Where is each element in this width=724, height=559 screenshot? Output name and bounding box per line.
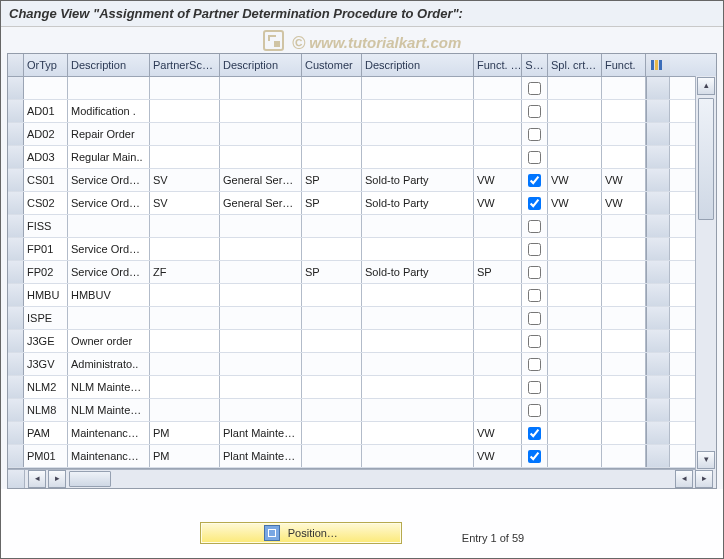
cell-function-2[interactable]: [602, 330, 646, 352]
cell-ortyp[interactable]: J3GV: [24, 353, 68, 375]
cell-description-2[interactable]: [220, 284, 302, 306]
cell-description-1[interactable]: Service Ord…: [68, 169, 150, 191]
cell-partner-schema[interactable]: [150, 307, 220, 329]
scroll-left-button[interactable]: ◂: [28, 470, 46, 488]
cell-s-checkbox[interactable]: [522, 146, 548, 168]
cell-description-3[interactable]: [362, 284, 474, 306]
row-selector[interactable]: [8, 169, 24, 191]
cell-ortyp[interactable]: NLM8: [24, 399, 68, 421]
cell-description-3[interactable]: [362, 353, 474, 375]
cell-ortyp[interactable]: J3GE: [24, 330, 68, 352]
s-flag-checkbox[interactable]: [528, 197, 541, 210]
table-row[interactable]: J3GVAdministrato..: [8, 353, 716, 376]
cell-function[interactable]: VW: [474, 422, 522, 444]
cell-description-3[interactable]: [362, 422, 474, 444]
cell-spl-crt[interactable]: [548, 353, 602, 375]
row-selector[interactable]: [8, 445, 24, 467]
cell-s-checkbox[interactable]: [522, 192, 548, 214]
horizontal-scrollbar[interactable]: ◂ ▸ ◂ ▸: [8, 469, 716, 488]
cell-spl-crt[interactable]: [548, 284, 602, 306]
row-selector[interactable]: [8, 123, 24, 145]
cell-spl-crt[interactable]: [548, 146, 602, 168]
cell-s-checkbox[interactable]: [522, 330, 548, 352]
vertical-scroll-thumb[interactable]: [698, 98, 714, 220]
table-row[interactable]: J3GEOwner order: [8, 330, 716, 353]
cell-spl-crt[interactable]: [548, 376, 602, 398]
table-row[interactable]: NLM2NLM Mainte…: [8, 376, 716, 399]
row-selector[interactable]: [8, 192, 24, 214]
cell-s-checkbox[interactable]: [522, 353, 548, 375]
cell-spl-crt[interactable]: VW: [548, 169, 602, 191]
cell-function[interactable]: [474, 284, 522, 306]
scroll-right-button-2[interactable]: ▸: [695, 470, 713, 488]
cell-ortyp[interactable]: AD02: [24, 123, 68, 145]
cell-description-3[interactable]: [362, 146, 474, 168]
cell-function-2[interactable]: [602, 100, 646, 122]
table-row[interactable]: PAMMaintenanc…PMPlant Mainte…VW: [8, 422, 716, 445]
cell-description-2[interactable]: [220, 123, 302, 145]
s-flag-checkbox[interactable]: [528, 381, 541, 394]
cell-ortyp[interactable]: FISS: [24, 215, 68, 237]
cell-description-3[interactable]: [362, 330, 474, 352]
cell-function-2[interactable]: [602, 422, 646, 444]
cell-description-2[interactable]: [220, 353, 302, 375]
cell-description-1[interactable]: Service Ord…: [68, 192, 150, 214]
s-flag-checkbox[interactable]: [528, 427, 541, 440]
row-selector[interactable]: [8, 146, 24, 168]
cell-partner-schema[interactable]: PM: [150, 422, 220, 444]
cell-description-2[interactable]: [220, 100, 302, 122]
cell-description-1[interactable]: Repair Order: [68, 123, 150, 145]
cell-description-3[interactable]: [362, 123, 474, 145]
cell-function[interactable]: [474, 307, 522, 329]
cell-function-2[interactable]: [602, 307, 646, 329]
cell-s-checkbox[interactable]: [522, 376, 548, 398]
cell-customer[interactable]: SP: [302, 192, 362, 214]
cell-description-2[interactable]: [220, 307, 302, 329]
table-row[interactable]: ISPE: [8, 307, 716, 330]
cell-function-2[interactable]: [602, 146, 646, 168]
cell-description-1[interactable]: Owner order: [68, 330, 150, 352]
cell-spl-crt[interactable]: [548, 238, 602, 260]
cell-description-1[interactable]: [68, 307, 150, 329]
table-row[interactable]: NLM8NLM Mainte…: [8, 399, 716, 422]
cell-spl-crt[interactable]: [548, 399, 602, 421]
cell-description-1[interactable]: HMBUV: [68, 284, 150, 306]
cell-customer[interactable]: [302, 100, 362, 122]
row-selector[interactable]: [8, 77, 24, 99]
cell-ortyp[interactable]: FP02: [24, 261, 68, 283]
table-row[interactable]: AD02Repair Order: [8, 123, 716, 146]
row-selector[interactable]: [8, 215, 24, 237]
cell-function-2[interactable]: [602, 445, 646, 467]
cell-function[interactable]: [474, 330, 522, 352]
col-header-function-2[interactable]: Funct.: [602, 54, 646, 76]
row-selector[interactable]: [8, 238, 24, 260]
cell-customer[interactable]: [302, 146, 362, 168]
s-flag-checkbox[interactable]: [528, 243, 541, 256]
row-selector[interactable]: [8, 307, 24, 329]
cell-description-3[interactable]: Sold-to Party: [362, 169, 474, 191]
cell-ortyp[interactable]: FP01: [24, 238, 68, 260]
cell-description-3[interactable]: [362, 399, 474, 421]
cell-spl-crt[interactable]: [548, 307, 602, 329]
cell-description-1[interactable]: Service Ord…: [68, 261, 150, 283]
cell-function-2[interactable]: [602, 284, 646, 306]
scroll-left-button-2[interactable]: ◂: [675, 470, 693, 488]
s-flag-checkbox[interactable]: [528, 220, 541, 233]
cell-description-3[interactable]: [362, 215, 474, 237]
cell-function-2[interactable]: VW: [602, 192, 646, 214]
cell-function-2[interactable]: [602, 215, 646, 237]
cell-ortyp[interactable]: PM01: [24, 445, 68, 467]
row-selector[interactable]: [8, 353, 24, 375]
cell-customer[interactable]: [302, 238, 362, 260]
cell-spl-crt[interactable]: [548, 215, 602, 237]
cell-customer[interactable]: [302, 422, 362, 444]
s-flag-checkbox[interactable]: [528, 404, 541, 417]
cell-partner-schema[interactable]: [150, 146, 220, 168]
cell-customer[interactable]: [302, 215, 362, 237]
cell-partner-schema[interactable]: SV: [150, 169, 220, 191]
cell-description-2[interactable]: [220, 376, 302, 398]
cell-description-1[interactable]: Regular Main..: [68, 146, 150, 168]
cell-description-3[interactable]: [362, 307, 474, 329]
col-header-s-flag[interactable]: S…: [522, 54, 548, 76]
table-row[interactable]: CS01Service Ord…SVGeneral Ser…SPSold-to …: [8, 169, 716, 192]
